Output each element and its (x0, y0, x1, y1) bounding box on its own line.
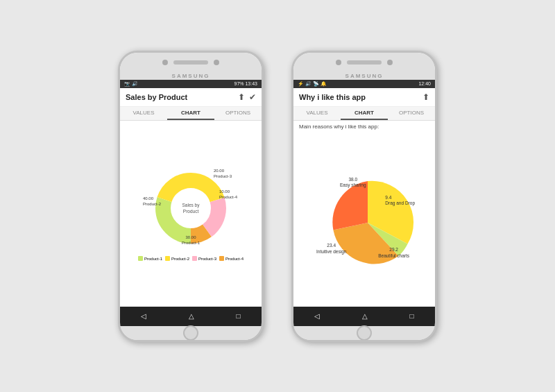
camera-icon2-2 (387, 60, 393, 65)
phone2-pie: 38.0Easy sharing 9.4Drag and Drop 29.2Be… (319, 174, 409, 264)
phone2-wrapper: SAMSUNG ⚡ 🔊 📡 🔔 12:40 Why i like this ap… (291, 51, 437, 342)
phone1-tab-bar: VALUES CHART OPTIONS (120, 107, 262, 121)
label-intuitive-design: 23.4Intuitive design (316, 243, 346, 255)
legend-label-p4: Product-4 (225, 257, 244, 261)
label-p4: 10.00Product-4 (219, 189, 237, 201)
phone2: SAMSUNG ⚡ 🔊 📡 🔔 12:40 Why i like this ap… (291, 51, 437, 342)
phone2-chin (293, 326, 435, 340)
legend-dot-p4 (219, 256, 224, 261)
donut-center-label: Sales by Product (182, 202, 200, 215)
label-easy-sharing: 38.0Easy sharing (340, 177, 366, 189)
label-p3: 20.00Product-3 (214, 169, 232, 180)
back-btn-2[interactable]: ◁ (314, 312, 320, 320)
tab2-chart[interactable]: CHART (341, 107, 388, 120)
legend-dot-p3 (192, 256, 197, 261)
legend-dot-p2 (165, 256, 170, 261)
phone1-title: Sales by Product (126, 93, 187, 101)
phone2-status-bar: ⚡ 🔊 📡 🔔 12:40 (293, 80, 435, 88)
status-time-2: 12:40 (418, 81, 431, 86)
phone2-chart-area: 38.0Easy sharing 9.4Drag and Drop 29.2Be… (293, 133, 435, 307)
home-btn[interactable]: △ (189, 312, 194, 320)
phone2-title: Why i like this app (299, 93, 366, 101)
tab-chart[interactable]: CHART (167, 107, 214, 120)
recent-btn[interactable]: □ (237, 312, 241, 320)
legend-p2: Product-2 (165, 256, 189, 261)
phone1-header-icons: ⬆ ✔ (238, 92, 256, 102)
legend-p4: Product-4 (219, 256, 244, 261)
phone1-chin (120, 326, 262, 340)
phone1-status-bar: 📷 🔊 97% 13:43 (120, 80, 262, 88)
legend-dot-p1 (138, 256, 143, 261)
label-beautiful-charts: 29.2Beautiful charts (378, 247, 409, 259)
phone2-top (293, 53, 435, 72)
phone1: SAMSUNG 📷 🔊 97% 13:43 Sales by Product ⬆… (118, 51, 264, 342)
home-btn-2[interactable]: △ (362, 312, 368, 320)
phone1-donut: Sales by Product 20.00Product-3 10.00Pro… (146, 163, 236, 253)
camera-icon-2 (336, 60, 341, 65)
refresh-icon[interactable]: ✔ (249, 92, 256, 102)
phone1-screen: 📷 🔊 97% 13:43 Sales by Product ⬆ ✔ VALUE… (120, 80, 262, 326)
status-icons-left-2: ⚡ 🔊 📡 🔔 (298, 81, 327, 87)
legend-p1: Product-1 (138, 256, 162, 261)
tab-values[interactable]: VALUES (120, 107, 167, 120)
label-p2: 40.00Product-2 (143, 196, 161, 207)
phone1-wrapper: SAMSUNG 📷 🔊 97% 13:43 Sales by Product ⬆… (118, 51, 264, 342)
label-drag-drop: 9.4Drag and Drop (385, 195, 415, 207)
phone2-screen: ⚡ 🔊 📡 🔔 12:40 Why i like this app ⬆ VALU… (293, 80, 435, 326)
phone2-home-button[interactable] (357, 325, 372, 341)
phone1-legend: Product-1 Product-2 Product-3 Product-4 (135, 253, 246, 264)
phone1-brand: SAMSUNG (120, 72, 262, 80)
legend-label-p3: Product-3 (198, 257, 216, 261)
status-time: 97% 13:43 (234, 81, 257, 86)
tab-options[interactable]: OPTIONS (214, 107, 262, 120)
phone1-top (120, 53, 262, 72)
tab2-values[interactable]: VALUES (293, 107, 341, 120)
phone2-brand: SAMSUNG (293, 72, 435, 80)
legend-label-p1: Product-1 (144, 257, 162, 261)
legend-p3: Product-3 (192, 256, 216, 261)
speaker (173, 60, 208, 65)
speaker-2 (347, 60, 382, 65)
phone1-chart-area: Sales by Product 20.00Product-3 10.00Pro… (120, 121, 262, 307)
phone2-header-icons: ⬆ (422, 92, 429, 102)
status-icons-left: 📷 🔊 (124, 81, 138, 87)
legend-label-p2: Product-2 (171, 257, 189, 261)
recent-btn-2[interactable]: □ (410, 312, 414, 320)
phone1-header: Sales by Product ⬆ ✔ (120, 88, 262, 107)
phone1-bottom-nav: ◁ △ □ (120, 307, 262, 326)
phone2-header: Why i like this app ⬆ (293, 88, 435, 107)
share-icon[interactable]: ⬆ (238, 92, 245, 102)
phone2-subtitle: Main reasons why i like this app: (293, 121, 435, 133)
phone1-home-button[interactable] (183, 325, 198, 341)
tab2-options[interactable]: OPTIONS (388, 107, 435, 120)
camera-icon2 (214, 60, 219, 65)
phone2-tab-bar: VALUES CHART OPTIONS (293, 107, 435, 121)
camera-icon (162, 60, 168, 65)
phone2-bottom-nav: ◁ △ □ (293, 307, 435, 326)
back-btn[interactable]: ◁ (141, 312, 146, 320)
label-p1: 30.00Product-1 (182, 235, 200, 246)
share-icon-2[interactable]: ⬆ (422, 92, 429, 102)
